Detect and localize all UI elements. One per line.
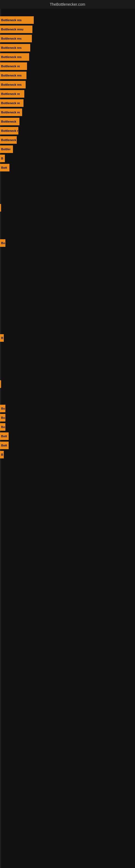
bar-item: B xyxy=(0,155,5,162)
bar-item: B xyxy=(0,451,4,458)
bar-item: Bottleneck re xyxy=(0,99,24,107)
bar-item: Bottleneck res xyxy=(0,35,32,42)
bar-item: Bottleneck res xyxy=(0,72,27,79)
bar-label: Bo xyxy=(1,425,5,429)
bar-label: Bottleneck xyxy=(1,138,16,142)
bar-item: Bo xyxy=(0,414,5,422)
page-title: TheBottlenecker.com xyxy=(0,0,135,9)
bar-item: | xyxy=(0,204,1,212)
bar-item: Bottleneck r xyxy=(0,127,18,134)
bar-item: Bottleneck re xyxy=(0,108,22,116)
bar-item: Bottleneck res xyxy=(0,53,29,61)
bar-label: Bott xyxy=(1,444,7,447)
bar-label: Bottler xyxy=(1,148,10,151)
bar-label: Bottleneck res xyxy=(1,83,21,86)
chart-area: Bottleneck resBottleneck resuBottleneck … xyxy=(0,9,135,868)
bar-item: Bo xyxy=(0,423,5,431)
bar-label: Bottleneck res xyxy=(1,74,21,77)
bar-label: B xyxy=(1,336,3,340)
bar-label: Bottleneck xyxy=(1,120,16,123)
bar-label: Bottleneck re xyxy=(1,92,20,95)
bar-item: Bottleneck xyxy=(0,118,19,125)
bar-item: Bottler xyxy=(0,145,13,153)
bar-item: Bottleneck re xyxy=(0,90,24,98)
bar-label: Bottleneck res xyxy=(1,37,21,40)
bar-label: Bottleneck re xyxy=(1,101,20,105)
bar-label: Bottleneck re xyxy=(1,111,20,114)
bar-item: Bott xyxy=(0,164,9,172)
bar-label: Bott xyxy=(1,166,7,169)
bar-label: Bottleneck re xyxy=(1,65,20,68)
bar-item: Bo xyxy=(0,239,5,247)
bar-item: Bottleneck res xyxy=(0,44,30,52)
bar-label: Bo xyxy=(1,407,5,410)
bar-label: Bo xyxy=(1,416,5,420)
bar-item: B xyxy=(0,334,4,342)
bar-label: Bottleneck resu xyxy=(1,28,24,31)
bar-item: Bottleneck re xyxy=(0,62,27,70)
bar-item: Bo xyxy=(0,405,5,412)
bar-item: Bottleneck resu xyxy=(0,26,32,33)
bar-label: Bo xyxy=(1,241,5,245)
bar-label: Bott xyxy=(1,435,7,438)
bar-label: Bottleneck res xyxy=(1,19,21,22)
bar-label: Bottleneck r xyxy=(1,129,18,132)
bar-item: Bott xyxy=(0,442,9,449)
bar-label: B xyxy=(1,453,3,456)
bar-label: Bottleneck res xyxy=(1,55,21,59)
bar-item: Bottleneck xyxy=(0,136,17,144)
bar-item: Bottleneck res xyxy=(0,16,34,24)
bar-label: B xyxy=(1,157,3,160)
bar-item: | xyxy=(0,380,1,388)
bar-label: Bottleneck res xyxy=(1,46,21,50)
bar-item: Bottleneck res xyxy=(0,81,26,88)
bar-item: Bott xyxy=(0,432,9,440)
